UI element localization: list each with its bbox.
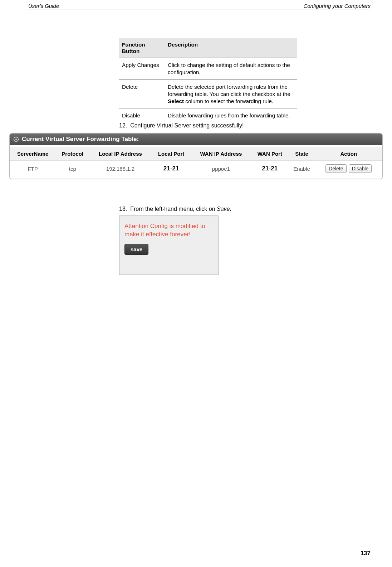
step-text-post: . bbox=[230, 206, 231, 212]
vs-header-state: State bbox=[289, 147, 315, 161]
step-number: 13. bbox=[119, 206, 127, 212]
save-panel: Attention Config is modified to make it … bbox=[119, 215, 219, 275]
func-button-label: Disable bbox=[119, 108, 165, 123]
virtual-server-table: ServerName Protocol Local IP Address Loc… bbox=[10, 147, 382, 179]
table-row: FTP tcp 192.168.1.2 21-21 pppoe1 21-21 E… bbox=[10, 161, 382, 179]
step-12: 12. Configure Virtual Server setting suc… bbox=[119, 122, 244, 129]
vs-cell-localip: 192.168.1.2 bbox=[89, 161, 151, 179]
func-button-desc: Delete the selected port forwarding rule… bbox=[165, 79, 297, 108]
vs-cell-wanip: pppoe1 bbox=[191, 161, 251, 179]
vs-cell-servername: FTP bbox=[10, 161, 56, 179]
step-13: 13. From the left-hand menu, click on Sa… bbox=[119, 206, 231, 212]
vs-header-localport: Local Port bbox=[152, 147, 191, 161]
vs-header-servername: ServerName bbox=[10, 147, 56, 161]
disable-button[interactable]: Disable bbox=[349, 164, 372, 173]
page-number: 137 bbox=[361, 550, 371, 557]
attention-message: Attention Config is modified to make it … bbox=[124, 222, 213, 239]
svg-point-1 bbox=[15, 139, 17, 140]
vs-cell-action: Delete Disable bbox=[315, 161, 382, 179]
delete-button[interactable]: Delete bbox=[325, 164, 346, 173]
func-table-header-description: Description bbox=[165, 38, 297, 58]
func-button-desc: Click to change the setting of default a… bbox=[165, 58, 297, 80]
table-row: Apply Changes Click to change the settin… bbox=[119, 58, 297, 80]
step-text: Configure Virtual Server setting success… bbox=[130, 122, 244, 129]
func-button-label: Apply Changes bbox=[119, 58, 165, 80]
vs-header-localip: Local IP Address bbox=[89, 147, 151, 161]
step-number: 12. bbox=[119, 122, 127, 129]
panel-title-text: Current Virtual Server Forwarding Table: bbox=[22, 136, 139, 143]
function-button-table: Function Button Description Apply Change… bbox=[119, 38, 297, 123]
step-text-emphasis: Save bbox=[217, 206, 230, 212]
save-button[interactable]: save bbox=[124, 244, 148, 255]
vs-cell-protocol: tcp bbox=[56, 161, 89, 179]
vs-header-wanip: WAN IP Address bbox=[191, 147, 251, 161]
vs-header-wanport: WAN Port bbox=[251, 147, 288, 161]
vs-cell-wanport: 21-21 bbox=[251, 161, 288, 179]
func-table-header-button: Function Button bbox=[119, 38, 165, 58]
header-left: User's Guide bbox=[28, 3, 59, 9]
vs-header-protocol: Protocol bbox=[56, 147, 89, 161]
table-row: Delete Delete the selected port forwardi… bbox=[119, 79, 297, 108]
table-row: Disable Disable forwarding rules from th… bbox=[119, 108, 297, 123]
page-header: User's Guide Configuring your Computers bbox=[28, 3, 371, 10]
vs-cell-localport: 21-21 bbox=[152, 161, 191, 179]
step-text-pre: From the left-hand menu, click on bbox=[130, 206, 217, 212]
func-button-label: Delete bbox=[119, 79, 165, 108]
func-button-desc: Disable forwarding rules from the forwar… bbox=[165, 108, 297, 123]
panel-title-bar: Current Virtual Server Forwarding Table: bbox=[10, 134, 382, 145]
vs-header-action: Action bbox=[315, 147, 382, 161]
header-right: Configuring your Computers bbox=[303, 3, 371, 9]
virtual-server-panel: Current Virtual Server Forwarding Table:… bbox=[9, 133, 383, 179]
vs-cell-state: Enable bbox=[289, 161, 315, 179]
gear-icon bbox=[13, 136, 19, 142]
